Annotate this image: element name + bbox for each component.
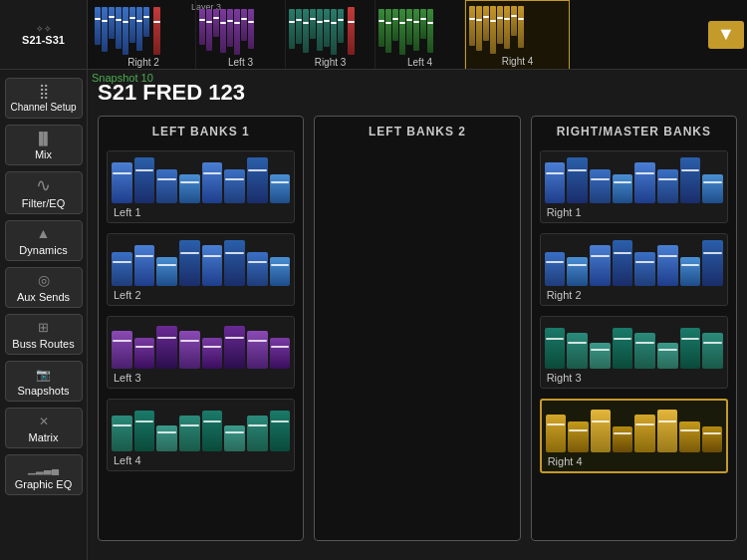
- sidebar-dynamics-label: Dynamics: [19, 244, 67, 256]
- sidebar-item-matrix[interactable]: Matrix: [5, 408, 83, 448]
- main-area: Channel Setup Mix Filter/EQ Dynamics Aux…: [0, 70, 747, 560]
- faders-icon: [39, 83, 49, 99]
- bank-left4-faders: [112, 404, 290, 451]
- matrix-icon: [39, 413, 49, 428]
- bank-right2-label: Right 2: [545, 289, 723, 301]
- sidebar-item-snapshots[interactable]: Snapshots: [5, 361, 83, 402]
- layer-left3-label: Left 3: [199, 57, 282, 68]
- bank-item-right3[interactable]: Right 3: [540, 316, 728, 389]
- bank-right1-label: Right 1: [545, 206, 723, 218]
- aux-icon: [38, 272, 50, 288]
- layer-strip: Layer 3 Layer 4 Right 2: [88, 0, 705, 69]
- bank-left4-label: Left 4: [112, 454, 290, 466]
- layer-right3-faders: [289, 3, 372, 55]
- layer-right4[interactable]: Right 4: [465, 0, 570, 69]
- sidebar-item-aux-sends[interactable]: Aux Sends: [5, 267, 83, 308]
- bank-left2-faders: [112, 238, 290, 286]
- mix-icon: [35, 130, 52, 145]
- bank-item-right4[interactable]: Right 4: [540, 399, 728, 473]
- left-banks-2-column: LEFT BANKS 2: [314, 116, 520, 541]
- left-banks-1-title: LEFT BANKS 1: [107, 125, 295, 139]
- sidebar-item-channel-setup[interactable]: Channel Setup: [5, 78, 83, 119]
- bank-item-left3[interactable]: Left 3: [107, 316, 295, 389]
- left-banks-2-title: LEFT BANKS 2: [323, 125, 511, 139]
- snapshot-label: Snapshot 10: [92, 72, 153, 84]
- bank-right4-label: Right 4: [546, 455, 722, 467]
- filter-icon: [36, 176, 51, 194]
- layer-left4[interactable]: Left 4: [375, 0, 465, 69]
- bank-left3-label: Left 3: [112, 372, 290, 384]
- sidebar-item-graphic-eq[interactable]: Graphic EQ: [5, 454, 83, 495]
- right-arrow-area: ▼: [705, 0, 747, 69]
- sidebar-mix-label: Mix: [35, 148, 52, 160]
- buss-icon: [38, 319, 49, 335]
- right-master-title: RIGHT/MASTER BANKS: [540, 125, 728, 139]
- graphic-icon: [28, 459, 59, 475]
- layer-right3-label: Right 3: [289, 57, 372, 68]
- sidebar-aux-label: Aux Sends: [17, 291, 70, 303]
- layer-right2-label: Right 2: [95, 57, 192, 68]
- layer-right4-faders: [469, 3, 566, 54]
- bank-right3-label: Right 3: [545, 372, 723, 384]
- sidebar-item-mix[interactable]: Mix: [5, 125, 83, 165]
- bank-left3-faders: [112, 321, 290, 369]
- banks-container: LEFT BANKS 1 Left 1: [98, 116, 737, 541]
- content: S21 FRED 123 LEFT BANKS 1: [88, 70, 747, 560]
- layer-left4-label: Left 4: [378, 57, 461, 68]
- sidebar-channel-setup-label: Channel Setup: [10, 102, 76, 114]
- bank-left1-label: Left 1: [112, 206, 290, 218]
- bank-right1-faders: [545, 155, 723, 203]
- sidebar: Channel Setup Mix Filter/EQ Dynamics Aux…: [0, 70, 88, 560]
- console-title: S21 FRED 123: [98, 80, 737, 106]
- sidebar-item-filter-eq[interactable]: Filter/EQ: [5, 171, 83, 214]
- layer-left3-faders: [199, 3, 282, 55]
- dynamics-icon: [37, 225, 51, 241]
- bank-left2-label: Left 2: [112, 289, 290, 301]
- bank-item-right1[interactable]: Right 1: [540, 150, 728, 223]
- sidebar-matrix-label: Matrix: [29, 431, 59, 443]
- top-bar: ✧✧ S21-S31 Layer 3 Layer 4: [0, 0, 747, 70]
- logo-text: ✧✧ S21-S31: [22, 24, 65, 46]
- bank-item-left4[interactable]: Left 4: [107, 399, 295, 471]
- bank-right4-faders: [546, 405, 722, 452]
- right-arrow-button[interactable]: ▼: [708, 21, 744, 49]
- bank-item-left1[interactable]: Left 1: [107, 150, 295, 223]
- right-master-banks-column: RIGHT/MASTER BANKS Right 1: [531, 116, 737, 541]
- sidebar-item-buss-routes[interactable]: Buss Routes: [5, 314, 83, 355]
- left-banks-1-column: LEFT BANKS 1 Left 1: [98, 116, 304, 541]
- sidebar-snapshots-label: Snapshots: [18, 385, 70, 397]
- sidebar-filter-label: Filter/EQ: [22, 197, 65, 209]
- bank-item-right2[interactable]: Right 2: [540, 233, 728, 306]
- layer-right2[interactable]: Right 2: [92, 0, 196, 69]
- sidebar-item-dynamics[interactable]: Dynamics: [5, 220, 83, 261]
- layer-left4-faders: [378, 3, 461, 55]
- logo-title: S21-S31: [22, 34, 65, 46]
- layer-left3[interactable]: Left 3: [196, 0, 286, 69]
- bank-left1-faders: [112, 155, 290, 203]
- bank-right3-faders: [545, 321, 723, 369]
- sidebar-buss-label: Buss Routes: [12, 338, 74, 350]
- bank-item-left2[interactable]: Left 2: [107, 233, 295, 306]
- layer-right3[interactable]: Right 3: [286, 0, 375, 69]
- sidebar-graphic-label: Graphic EQ: [15, 478, 72, 490]
- layer-right4-label: Right 4: [469, 56, 566, 67]
- logo-area: ✧✧ S21-S31: [0, 0, 88, 69]
- snapshot-icon: [36, 366, 51, 382]
- layer-right2-faders: [95, 3, 192, 55]
- bank-right2-faders: [545, 238, 723, 286]
